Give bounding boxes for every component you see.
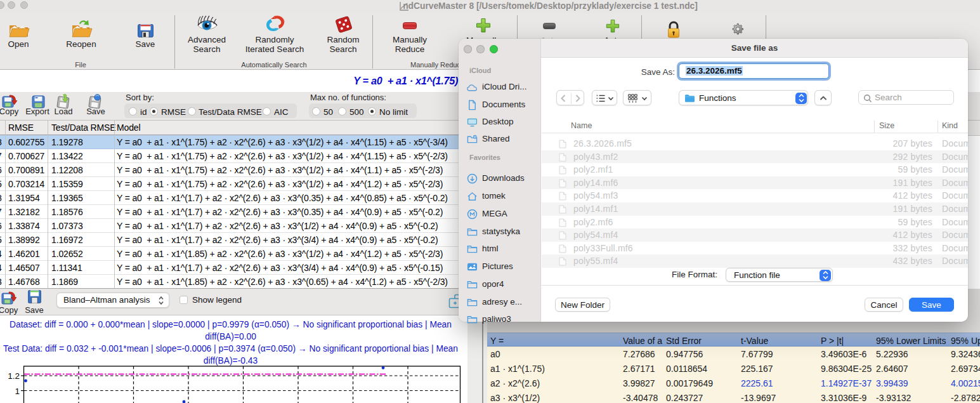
svg-text:1.2: 1.2 bbox=[8, 371, 20, 381]
svg-text:1: 1 bbox=[15, 386, 20, 396]
